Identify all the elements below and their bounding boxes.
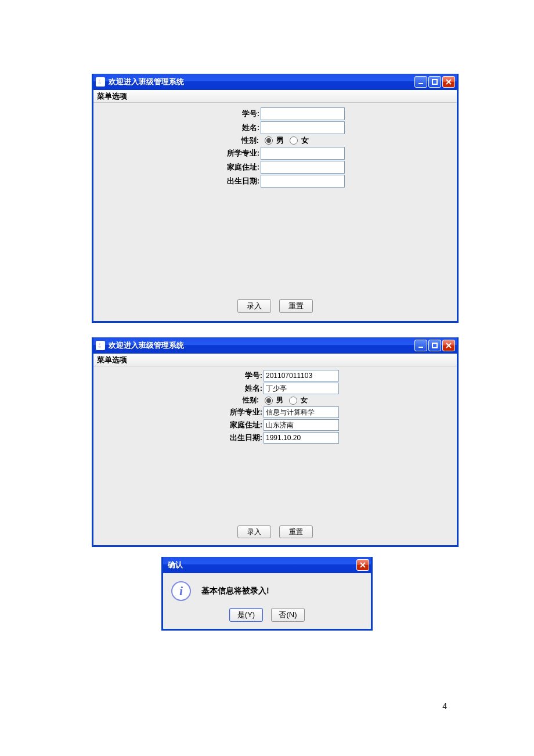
submit-button[interactable]: 录入 xyxy=(237,525,271,538)
gender-male-radio[interactable] xyxy=(265,397,273,405)
menu-item[interactable]: 菜单选项 xyxy=(97,91,127,102)
gender-female-radio[interactable] xyxy=(289,397,297,405)
menubar[interactable]: 菜单选项 xyxy=(93,90,457,103)
no-button[interactable]: 否(N) xyxy=(271,608,305,622)
gender-female-radio[interactable] xyxy=(290,136,298,145)
label-address: 家庭住址: xyxy=(227,162,259,172)
window-2: 欢迎进入班级管理系统 菜单选项 学号: 姓名: 性别: 男 女 所学专业: 家庭… xyxy=(92,337,459,547)
yes-button[interactable]: 是(Y) xyxy=(229,608,263,622)
label-major: 所学专业: xyxy=(230,407,262,417)
minimize-button[interactable] xyxy=(414,76,427,88)
major-input[interactable] xyxy=(264,406,339,418)
label-student-id: 学号: xyxy=(245,370,262,381)
dialog-message: 基本信息将被录入! xyxy=(201,586,269,596)
info-icon: i xyxy=(171,581,191,601)
address-input[interactable] xyxy=(261,161,345,174)
birth-input[interactable] xyxy=(264,432,339,444)
svg-rect-2 xyxy=(418,347,423,348)
svg-rect-0 xyxy=(418,83,423,84)
reset-button[interactable]: 重置 xyxy=(279,525,313,538)
label-name: 姓名: xyxy=(242,123,259,133)
label-gender: 性别: xyxy=(243,395,259,405)
window-1: 欢迎进入班级管理系统 菜单选项 学号: 姓名: 性别: 男 女 所学专业: 家庭… xyxy=(92,74,459,323)
label-major: 所学专业: xyxy=(227,148,259,159)
confirm-dialog: 确认 i 基本信息将被录入! 是(Y) 否(N) xyxy=(161,557,373,631)
menu-item[interactable]: 菜单选项 xyxy=(97,355,127,365)
close-button[interactable] xyxy=(442,76,455,88)
gender-female-label: 女 xyxy=(301,135,309,146)
titlebar[interactable]: 确认 xyxy=(163,557,371,573)
titlebar[interactable]: 欢迎进入班级管理系统 xyxy=(93,337,457,354)
gender-female-label: 女 xyxy=(301,395,308,405)
maximize-button[interactable] xyxy=(428,76,441,88)
menubar[interactable]: 菜单选项 xyxy=(93,354,457,366)
close-button[interactable] xyxy=(356,559,369,571)
window-title: 欢迎进入班级管理系统 xyxy=(109,77,414,87)
java-icon xyxy=(96,341,105,350)
maximize-button[interactable] xyxy=(428,340,441,351)
label-birth: 出生日期: xyxy=(230,433,262,443)
address-input[interactable] xyxy=(264,419,339,431)
close-button[interactable] xyxy=(442,340,455,351)
label-gender: 性别: xyxy=(241,135,259,146)
label-student-id: 学号: xyxy=(242,109,259,119)
submit-button[interactable]: 录入 xyxy=(237,299,271,313)
java-icon xyxy=(96,77,105,87)
student-id-input[interactable] xyxy=(261,107,345,120)
svg-rect-1 xyxy=(432,80,437,84)
minimize-button[interactable] xyxy=(414,340,427,351)
gender-male-radio[interactable] xyxy=(265,136,273,145)
page-number: 4 xyxy=(442,701,447,711)
window-title: 欢迎进入班级管理系统 xyxy=(109,340,414,351)
gender-male-label: 男 xyxy=(276,135,284,146)
name-input[interactable] xyxy=(264,383,339,394)
label-address: 家庭住址: xyxy=(230,420,262,430)
svg-rect-3 xyxy=(432,343,437,348)
reset-button[interactable]: 重置 xyxy=(279,299,313,313)
dialog-title: 确认 xyxy=(165,560,356,570)
name-input[interactable] xyxy=(261,121,345,134)
titlebar[interactable]: 欢迎进入班级管理系统 xyxy=(93,74,457,90)
birth-input[interactable] xyxy=(261,175,345,188)
gender-male-label: 男 xyxy=(276,395,283,405)
student-id-input[interactable] xyxy=(264,370,339,381)
label-birth: 出生日期: xyxy=(227,176,259,186)
label-name: 姓名: xyxy=(245,383,262,394)
major-input[interactable] xyxy=(261,147,345,160)
